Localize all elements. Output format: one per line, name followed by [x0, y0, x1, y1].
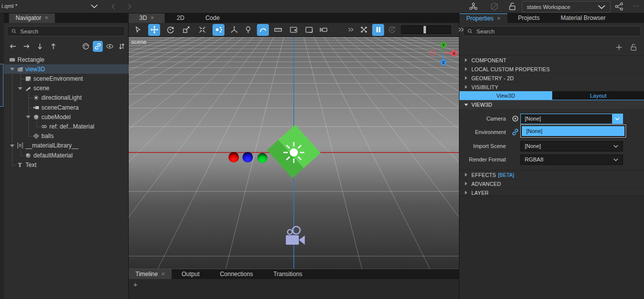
expander-icon[interactable] — [25, 114, 31, 120]
edit-light-button[interactable] — [242, 24, 254, 36]
tree-item-scene[interactable]: scene — [4, 84, 129, 93]
scene-camera-gizmo[interactable] — [285, 225, 305, 246]
nav-forward-icon[interactable] — [126, 2, 133, 11]
tab-transitions[interactable]: Transitions — [263, 269, 312, 279]
edit-transform-button[interactable] — [228, 24, 240, 36]
red-sphere[interactable] — [228, 152, 239, 162]
section-geometry-2d[interactable]: GEOMETRY - 2D — [459, 74, 644, 83]
tree-item-sceneenvironment[interactable]: sceneEnvironment — [4, 74, 129, 83]
close-icon[interactable]: × — [161, 271, 165, 278]
expander-icon[interactable] — [9, 66, 15, 72]
move-forward-button[interactable] — [21, 41, 31, 52]
subtab-view3d[interactable]: View3D — [459, 91, 552, 100]
particles-pause-button[interactable] — [372, 24, 384, 36]
add-property-icon[interactable] — [615, 43, 623, 51]
fit-selected-button[interactable] — [196, 24, 208, 36]
tab-output[interactable]: Output — [172, 269, 210, 279]
tree-item-directionallight[interactable]: directionalLight — [4, 93, 129, 103]
reverse-order-button[interactable] — [117, 41, 127, 52]
tree-item-defaultmaterial[interactable]: defaultMaterial — [4, 150, 129, 160]
tab-connections[interactable]: Connections — [210, 269, 263, 279]
link-blue-icon[interactable] — [511, 128, 519, 136]
workspace-dropdown[interactable]: states Workspace — [522, 1, 611, 12]
tab-3d[interactable]: 3D× — [129, 13, 165, 23]
navigator-search[interactable] — [7, 26, 125, 36]
move-down-button[interactable] — [35, 41, 45, 52]
green-sphere[interactable] — [257, 153, 267, 163]
toolbar-overflow2-button[interactable] — [457, 24, 465, 36]
cluster-icon[interactable] — [469, 2, 478, 11]
rotate-tool-button[interactable] — [164, 24, 176, 36]
dropdown-open-button[interactable] — [612, 114, 623, 124]
orientation-toggle-button[interactable] — [213, 24, 224, 36]
tree-item-rectangle[interactable]: Rectangle — [4, 55, 129, 64]
tab-2d[interactable]: 2D — [165, 13, 197, 23]
snap-ruler-button[interactable] — [272, 24, 284, 36]
unlock-icon[interactable] — [508, 2, 517, 11]
tree-item-view3d[interactable]: view3D — [4, 64, 129, 74]
view3d-group-header[interactable]: VIEW3D — [459, 100, 644, 109]
scale-tool-button[interactable] — [180, 24, 192, 36]
tree-item-ref-def-material[interactable]: ref: def...Material — [4, 122, 129, 131]
scale-tool-icon — [182, 25, 191, 34]
light-sun-icon — [282, 141, 306, 164]
popup-item-none[interactable]: [None] — [522, 126, 625, 136]
move-up-button[interactable] — [48, 41, 58, 52]
timeline-add-button[interactable]: + — [133, 280, 138, 289]
particles-restart-button[interactable] — [386, 24, 398, 36]
target-icon[interactable] — [511, 115, 519, 123]
properties-search[interactable] — [463, 26, 641, 36]
more-options-button[interactable]: ⋯ — [633, 1, 641, 9]
axis-indicator-gizmo[interactable]: Y X Z — [429, 40, 458, 67]
icon-visibility-button[interactable] — [81, 41, 91, 52]
close-icon[interactable]: × — [45, 14, 48, 21]
particles-play-button[interactable] — [358, 24, 370, 36]
nav-back-icon[interactable] — [110, 2, 117, 11]
tab-material-browser[interactable]: Material Browser — [550, 13, 616, 23]
3d-viewport[interactable]: scene Y X Z — [129, 37, 459, 269]
camera-frame-button[interactable] — [303, 24, 315, 36]
subtab-layout[interactable]: Layout — [552, 91, 644, 100]
section-visibility[interactable]: VISIBILITY — [459, 83, 644, 92]
expander-icon[interactable] — [17, 85, 23, 92]
document-dropdown-chevron-icon[interactable] — [89, 2, 99, 10]
tree-item-text[interactable]: TText — [4, 160, 129, 169]
import-scene-dropdown[interactable]: [None] — [520, 141, 623, 151]
properties-search-input[interactable] — [475, 28, 641, 35]
section-local-custom-properties[interactable]: LOCAL CUSTOM PROPERTIES — [459, 65, 644, 74]
speed-slider[interactable] — [401, 25, 451, 34]
navigator-search-input[interactable] — [19, 28, 125, 35]
show-hidden-button[interactable] — [105, 41, 115, 52]
share-icon[interactable] — [615, 2, 624, 11]
tab-label: Code — [206, 14, 220, 21]
link-mode-button[interactable] — [93, 41, 103, 52]
section-advanced[interactable]: ADVANCED — [459, 179, 644, 188]
camera-side-button[interactable] — [317, 24, 329, 36]
selection-tool-button[interactable] — [132, 24, 144, 36]
tree-item-scenecamera[interactable]: sceneCamera — [4, 103, 129, 112]
section-effects[interactable]: EFFECTS[BETA] — [459, 170, 644, 179]
tab-navigator[interactable]: Navigator× — [9, 13, 55, 23]
slider-handle[interactable] — [424, 26, 426, 33]
toolbar-overflow-button[interactable] — [347, 24, 355, 36]
tab-code[interactable]: Code — [197, 13, 228, 23]
tree-item-cubemodel[interactable]: cubeModel — [4, 112, 129, 122]
render-format-dropdown[interactable]: RGBA8 — [520, 154, 623, 165]
unlock-icon[interactable] — [630, 43, 638, 51]
camera-dropdown[interactable]: [None] — [520, 114, 623, 124]
section-component[interactable]: COMPONENT — [459, 56, 644, 65]
tree-item-balls[interactable]: balls — [4, 132, 129, 141]
expander-icon[interactable] — [9, 143, 15, 149]
tab-timeline[interactable]: Timeline× — [129, 269, 172, 279]
camera-view-button[interactable] — [287, 24, 299, 36]
tree-item--materiallibrary-[interactable]: __materialLibrary__ — [4, 141, 129, 150]
blue-sphere[interactable] — [242, 152, 253, 162]
show-selection-curve-button[interactable] — [257, 24, 269, 36]
close-icon[interactable]: × — [151, 14, 154, 21]
close-icon[interactable]: × — [497, 15, 500, 22]
move-tool-button[interactable] — [148, 24, 160, 36]
move-backward-button[interactable] — [8, 41, 18, 52]
tab-projects[interactable]: Projects — [507, 13, 550, 23]
tab-properties[interactable]: Properties× — [459, 13, 507, 23]
state-thumbnail[interactable] — [0, 64, 3, 107]
